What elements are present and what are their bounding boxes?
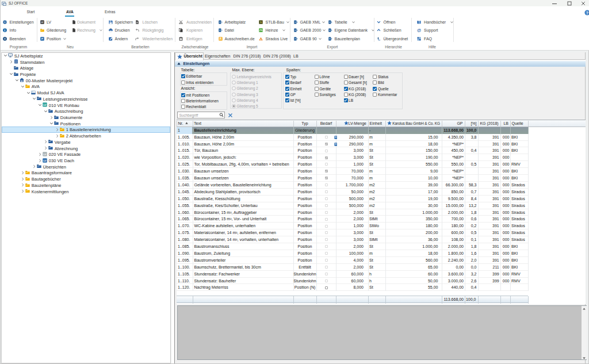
svg-text:LV: LV	[43, 104, 46, 106]
svg-text:LV: LV	[43, 159, 46, 162]
svg-text:P: P	[41, 37, 43, 40]
svg-text:?: ?	[586, 11, 588, 15]
svg-text:LV: LV	[43, 153, 46, 156]
svg-text:S: S	[260, 21, 262, 24]
svg-text:@: @	[417, 28, 421, 32]
